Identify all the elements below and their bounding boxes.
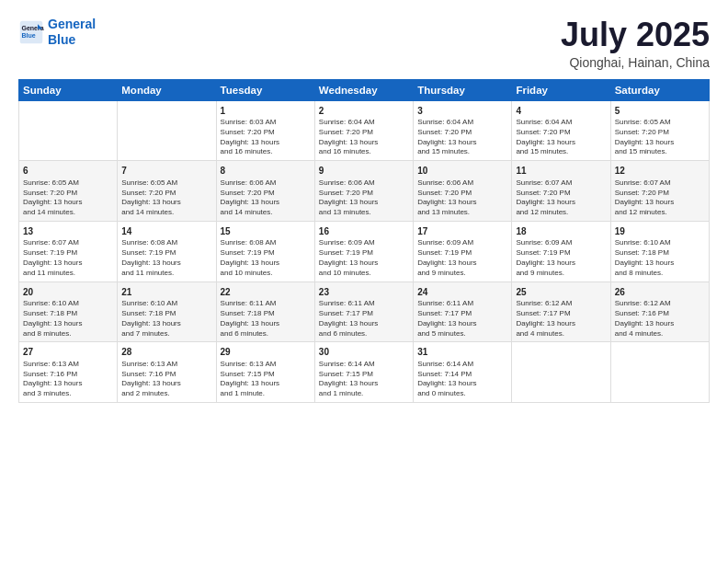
- day-cell: 10Sunrise: 6:06 AM Sunset: 7:20 PM Dayli…: [414, 161, 512, 222]
- week-row-2: 6Sunrise: 6:05 AM Sunset: 7:20 PM Daylig…: [19, 161, 710, 222]
- day-info: Sunrise: 6:10 AM Sunset: 7:18 PM Dayligh…: [121, 299, 211, 339]
- day-number: 18: [516, 225, 606, 238]
- col-header-thursday: Thursday: [414, 79, 512, 100]
- day-cell: 3Sunrise: 6:04 AM Sunset: 7:20 PM Daylig…: [414, 100, 512, 161]
- day-info: Sunrise: 6:11 AM Sunset: 7:18 PM Dayligh…: [221, 299, 311, 339]
- day-number: 14: [121, 225, 211, 238]
- day-info: Sunrise: 6:14 AM Sunset: 7:14 PM Dayligh…: [417, 360, 507, 399]
- svg-text:Blue: Blue: [22, 32, 36, 39]
- day-number: 13: [23, 225, 113, 238]
- day-info: Sunrise: 6:05 AM Sunset: 7:20 PM Dayligh…: [615, 118, 705, 157]
- day-cell: 22Sunrise: 6:11 AM Sunset: 7:18 PM Dayli…: [216, 282, 314, 342]
- col-header-tuesday: Tuesday: [216, 79, 314, 100]
- day-info: Sunrise: 6:10 AM Sunset: 7:18 PM Dayligh…: [23, 299, 113, 339]
- day-cell: 31Sunrise: 6:14 AM Sunset: 7:14 PM Dayli…: [414, 342, 512, 403]
- day-info: Sunrise: 6:13 AM Sunset: 7:16 PM Dayligh…: [23, 360, 113, 399]
- day-cell: 7Sunrise: 6:05 AM Sunset: 7:20 PM Daylig…: [118, 161, 216, 222]
- day-info: Sunrise: 6:06 AM Sunset: 7:20 PM Dayligh…: [417, 178, 507, 218]
- day-cell: [512, 342, 610, 403]
- day-cell: 12Sunrise: 6:07 AM Sunset: 7:20 PM Dayli…: [610, 161, 709, 222]
- day-info: Sunrise: 6:04 AM Sunset: 7:20 PM Dayligh…: [417, 118, 507, 157]
- day-cell: 16Sunrise: 6:09 AM Sunset: 7:19 PM Dayli…: [314, 221, 413, 282]
- day-number: 30: [319, 346, 409, 359]
- calendar-body: 1Sunrise: 6:03 AM Sunset: 7:20 PM Daylig…: [19, 100, 710, 402]
- week-row-5: 27Sunrise: 6:13 AM Sunset: 7:16 PM Dayli…: [19, 342, 710, 403]
- day-cell: 27Sunrise: 6:13 AM Sunset: 7:16 PM Dayli…: [19, 342, 118, 403]
- day-cell: 15Sunrise: 6:08 AM Sunset: 7:19 PM Dayli…: [216, 221, 314, 282]
- day-info: Sunrise: 6:04 AM Sunset: 7:20 PM Dayligh…: [516, 118, 606, 157]
- day-number: 5: [615, 105, 705, 118]
- day-number: 27: [23, 346, 113, 359]
- title-block: July 2025 Qionghai, Hainan, China: [561, 17, 710, 70]
- day-info: Sunrise: 6:07 AM Sunset: 7:20 PM Dayligh…: [615, 178, 705, 218]
- day-info: Sunrise: 6:07 AM Sunset: 7:19 PM Dayligh…: [23, 238, 113, 278]
- day-cell: 6Sunrise: 6:05 AM Sunset: 7:20 PM Daylig…: [19, 161, 118, 222]
- day-number: 24: [417, 286, 507, 299]
- day-info: Sunrise: 6:06 AM Sunset: 7:20 PM Dayligh…: [319, 178, 409, 218]
- day-info: Sunrise: 6:07 AM Sunset: 7:20 PM Dayligh…: [516, 178, 606, 218]
- day-number: 9: [319, 165, 409, 178]
- day-cell: [118, 100, 216, 161]
- col-header-saturday: Saturday: [610, 79, 709, 100]
- col-header-friday: Friday: [512, 79, 610, 100]
- week-row-1: 1Sunrise: 6:03 AM Sunset: 7:20 PM Daylig…: [19, 100, 710, 161]
- calendar-header-row: SundayMondayTuesdayWednesdayThursdayFrid…: [19, 79, 710, 100]
- day-cell: 25Sunrise: 6:12 AM Sunset: 7:17 PM Dayli…: [512, 282, 610, 342]
- day-number: 22: [221, 286, 311, 299]
- col-header-wednesday: Wednesday: [314, 79, 413, 100]
- day-info: Sunrise: 6:12 AM Sunset: 7:17 PM Dayligh…: [516, 299, 606, 339]
- logo-text: GeneralBlue: [48, 17, 96, 48]
- day-cell: 26Sunrise: 6:12 AM Sunset: 7:16 PM Dayli…: [610, 282, 709, 342]
- day-cell: 17Sunrise: 6:09 AM Sunset: 7:19 PM Dayli…: [414, 221, 512, 282]
- day-info: Sunrise: 6:09 AM Sunset: 7:19 PM Dayligh…: [319, 238, 409, 278]
- day-cell: 5Sunrise: 6:05 AM Sunset: 7:20 PM Daylig…: [610, 100, 709, 161]
- day-number: 10: [417, 165, 507, 178]
- day-info: Sunrise: 6:03 AM Sunset: 7:20 PM Dayligh…: [221, 118, 311, 157]
- day-number: 11: [516, 165, 606, 178]
- week-row-3: 13Sunrise: 6:07 AM Sunset: 7:19 PM Dayli…: [19, 221, 710, 282]
- day-cell: 11Sunrise: 6:07 AM Sunset: 7:20 PM Dayli…: [512, 161, 610, 222]
- week-row-4: 20Sunrise: 6:10 AM Sunset: 7:18 PM Dayli…: [19, 282, 710, 342]
- calendar-table: SundayMondayTuesdayWednesdayThursdayFrid…: [18, 79, 710, 403]
- day-info: Sunrise: 6:05 AM Sunset: 7:20 PM Dayligh…: [121, 178, 211, 218]
- day-cell: 18Sunrise: 6:09 AM Sunset: 7:19 PM Dayli…: [512, 221, 610, 282]
- day-cell: 19Sunrise: 6:10 AM Sunset: 7:18 PM Dayli…: [610, 221, 709, 282]
- day-cell: 24Sunrise: 6:11 AM Sunset: 7:17 PM Dayli…: [414, 282, 512, 342]
- day-number: 8: [221, 165, 311, 178]
- day-number: 4: [516, 105, 606, 118]
- day-info: Sunrise: 6:09 AM Sunset: 7:19 PM Dayligh…: [516, 238, 606, 278]
- day-number: 26: [615, 286, 705, 299]
- day-number: 29: [221, 346, 311, 359]
- page: General Blue GeneralBlue July 2025 Qiong…: [0, 0, 728, 563]
- day-info: Sunrise: 6:13 AM Sunset: 7:16 PM Dayligh…: [121, 360, 211, 399]
- day-number: 25: [516, 286, 606, 299]
- logo: General Blue GeneralBlue: [18, 17, 96, 48]
- day-number: 31: [417, 346, 507, 359]
- day-info: Sunrise: 6:10 AM Sunset: 7:18 PM Dayligh…: [615, 238, 705, 278]
- day-cell: 30Sunrise: 6:14 AM Sunset: 7:15 PM Dayli…: [314, 342, 413, 403]
- subtitle: Qionghai, Hainan, China: [561, 55, 710, 70]
- day-cell: 4Sunrise: 6:04 AM Sunset: 7:20 PM Daylig…: [512, 100, 610, 161]
- day-number: 7: [121, 165, 211, 178]
- day-info: Sunrise: 6:12 AM Sunset: 7:16 PM Dayligh…: [615, 299, 705, 339]
- day-cell: 21Sunrise: 6:10 AM Sunset: 7:18 PM Dayli…: [118, 282, 216, 342]
- day-cell: [610, 342, 709, 403]
- day-info: Sunrise: 6:14 AM Sunset: 7:15 PM Dayligh…: [319, 360, 409, 399]
- day-number: 19: [615, 225, 705, 238]
- day-info: Sunrise: 6:08 AM Sunset: 7:19 PM Dayligh…: [121, 238, 211, 278]
- day-number: 12: [615, 165, 705, 178]
- day-cell: 9Sunrise: 6:06 AM Sunset: 7:20 PM Daylig…: [314, 161, 413, 222]
- day-info: Sunrise: 6:09 AM Sunset: 7:19 PM Dayligh…: [417, 238, 507, 278]
- day-info: Sunrise: 6:13 AM Sunset: 7:15 PM Dayligh…: [221, 360, 311, 399]
- day-cell: 8Sunrise: 6:06 AM Sunset: 7:20 PM Daylig…: [216, 161, 314, 222]
- col-header-sunday: Sunday: [19, 79, 118, 100]
- day-number: 17: [417, 225, 507, 238]
- day-info: Sunrise: 6:04 AM Sunset: 7:20 PM Dayligh…: [319, 118, 409, 157]
- logo-icon: General Blue: [18, 19, 44, 45]
- day-number: 2: [319, 105, 409, 118]
- day-cell: 1Sunrise: 6:03 AM Sunset: 7:20 PM Daylig…: [216, 100, 314, 161]
- day-cell: 28Sunrise: 6:13 AM Sunset: 7:16 PM Dayli…: [118, 342, 216, 403]
- header: General Blue GeneralBlue July 2025 Qiong…: [18, 17, 710, 70]
- day-info: Sunrise: 6:11 AM Sunset: 7:17 PM Dayligh…: [417, 299, 507, 339]
- day-cell: 2Sunrise: 6:04 AM Sunset: 7:20 PM Daylig…: [314, 100, 413, 161]
